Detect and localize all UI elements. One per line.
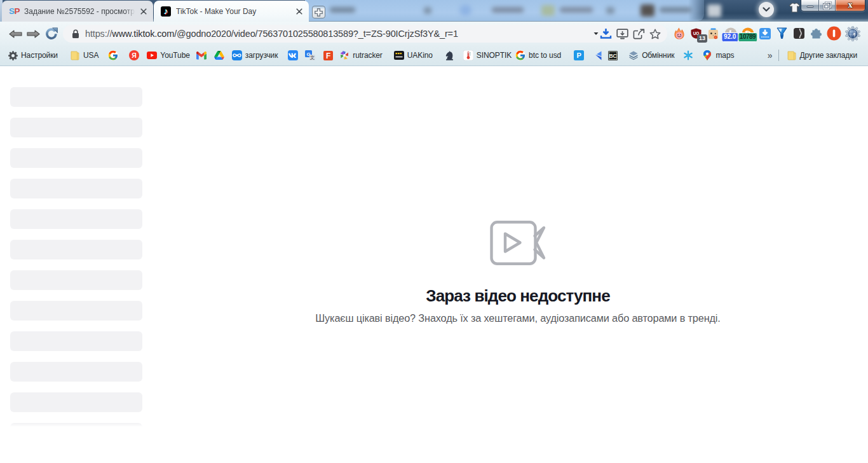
new-tab-button[interactable] bbox=[312, 6, 325, 18]
bookmark-label: SINOPTIK bbox=[477, 51, 512, 60]
gear-icon bbox=[8, 50, 18, 60]
bookmark-kyivstar[interactable] bbox=[681, 50, 696, 60]
reload-button[interactable] bbox=[42, 24, 61, 43]
bookmark-maps[interactable]: maps bbox=[700, 50, 736, 60]
tab-title: Задание №2575592 - просмотр за bbox=[24, 7, 136, 16]
bitcoin-badge: 10789 bbox=[738, 32, 757, 42]
other-bookmarks-button[interactable]: Другие закладки bbox=[784, 50, 860, 60]
tab-title: TikTok - Make Your Day bbox=[176, 7, 292, 16]
bookmark-chevrons[interactable] bbox=[590, 50, 606, 60]
share-button[interactable] bbox=[633, 29, 645, 39]
profile-avatar[interactable] bbox=[825, 24, 843, 44]
bookmark-usa-folder[interactable]: USA bbox=[67, 50, 101, 60]
knight-icon bbox=[444, 50, 454, 60]
sidebar-skeleton-bar bbox=[10, 331, 142, 351]
frigate-extension-icon[interactable] bbox=[670, 24, 688, 44]
bookmark-google[interactable] bbox=[105, 50, 121, 60]
plus-icon bbox=[315, 8, 323, 17]
bookmark-flipboard[interactable]: F bbox=[320, 50, 336, 60]
tab-zadanie[interactable]: SP Задание №2575592 - просмотр за bbox=[2, 1, 153, 22]
bookmark-obminnik[interactable]: Обмінник bbox=[626, 50, 677, 60]
bookmark-translate[interactable]: G文 bbox=[302, 50, 318, 60]
bookmark-uakino[interactable]: UAKino bbox=[391, 50, 435, 60]
infinity-icon bbox=[232, 50, 242, 60]
google-icon bbox=[108, 50, 118, 60]
bookmark-btc-usd[interactable]: btc to usd bbox=[513, 50, 564, 60]
sidebar-skeleton-bar bbox=[10, 209, 142, 229]
bookmark-label: загрузчик bbox=[245, 51, 278, 60]
minimize-button[interactable] bbox=[801, 0, 818, 11]
bookmark-label: btc to usd bbox=[529, 51, 561, 60]
bookmark-gmail[interactable] bbox=[194, 50, 209, 60]
install-icon bbox=[616, 29, 628, 39]
ublock-badge: 13 bbox=[697, 34, 707, 43]
sidebar-skeleton-bar bbox=[10, 240, 142, 259]
bookmark-rutracker[interactable]: rutracker bbox=[337, 50, 384, 60]
funnel-extension-icon[interactable] bbox=[773, 24, 790, 44]
bookmarks-separator bbox=[778, 50, 779, 61]
forward-button[interactable] bbox=[24, 24, 43, 43]
litecoin-extension-icon[interactable]: 92.0 bbox=[722, 24, 739, 44]
tab-close-icon[interactable] bbox=[139, 6, 149, 17]
page-content: Зараз відео недоступне Шукаєш цікаві від… bbox=[0, 66, 868, 463]
bookmark-label: rutracker bbox=[353, 51, 382, 60]
chevrons-icon bbox=[593, 50, 603, 60]
road-extension-icon[interactable] bbox=[790, 24, 808, 44]
bookmark-youtube[interactable]: YouTube bbox=[144, 50, 192, 60]
svg-text:F: F bbox=[326, 52, 330, 60]
sidebar-skeleton-bar bbox=[10, 270, 142, 290]
bookmark-chess[interactable] bbox=[442, 50, 457, 60]
tab-close-icon[interactable] bbox=[294, 6, 304, 17]
install-app-button[interactable] bbox=[616, 29, 628, 39]
bookmark-star-button[interactable] bbox=[649, 29, 661, 39]
close-button[interactable]: x bbox=[835, 0, 865, 11]
pinwheel-icon bbox=[339, 50, 349, 60]
gmail-icon bbox=[196, 50, 207, 60]
url-text: https://www.tiktok.com/@godno2020/video/… bbox=[85, 29, 589, 39]
bookmark-yandex[interactable]: Я bbox=[126, 50, 142, 60]
baby-extension-icon[interactable] bbox=[705, 24, 722, 44]
layers-icon bbox=[628, 50, 639, 60]
menu-gear-icon[interactable] bbox=[843, 24, 862, 44]
bookmark-sinoptik[interactable]: SINOPTIK bbox=[461, 50, 514, 60]
browser-toolbar: https://www.tiktok.com/@godno2020/video/… bbox=[0, 22, 868, 45]
litecoin-badge: 92.0 bbox=[721, 32, 738, 42]
p-icon: P bbox=[574, 50, 584, 60]
savefrom-extension-icon[interactable] bbox=[756, 24, 773, 44]
download-video-button[interactable] bbox=[593, 28, 612, 39]
sidebar-skeleton-bar bbox=[10, 179, 142, 198]
tiktok-favicon-icon: ♪ bbox=[161, 6, 171, 17]
bookmark-vk[interactable] bbox=[285, 50, 301, 60]
bitcoin-extension-icon[interactable]: ₿ 10789 bbox=[739, 24, 756, 44]
bookmark-label: UAKino bbox=[407, 51, 433, 60]
bookmark-zagruzchik[interactable]: загрузчик bbox=[229, 50, 281, 60]
tab-tiktok[interactable]: ♪ TikTok - Make Your Day bbox=[154, 1, 309, 22]
window-titlebar: SP Задание №2575592 - просмотр за ♪ TikT… bbox=[0, 0, 868, 22]
bookmark-nastroiki[interactable]: Настройки bbox=[5, 50, 60, 60]
browser-window: SP Задание №2575592 - просмотр за ♪ TikT… bbox=[0, 0, 868, 463]
bookmark-bc[interactable]: BC bbox=[605, 50, 620, 60]
svg-text:文: 文 bbox=[310, 55, 315, 60]
svg-text:BC: BC bbox=[609, 53, 616, 59]
unavailable-subtitle: Шукаєш цікаві відео? Знаходь їх за хеште… bbox=[168, 312, 868, 324]
tab-search-button[interactable] bbox=[759, 2, 774, 17]
maps-pin-icon bbox=[702, 50, 712, 60]
back-button[interactable] bbox=[6, 24, 25, 43]
google-icon bbox=[515, 50, 526, 60]
extensions-puzzle-icon[interactable] bbox=[808, 24, 825, 44]
reload-icon bbox=[45, 27, 58, 40]
omnibox[interactable]: https://www.tiktok.com/@godno2020/video/… bbox=[63, 25, 667, 43]
blurred-tabs-area bbox=[305, 0, 704, 21]
bookmark-label: maps bbox=[715, 51, 734, 60]
sidebar-skeleton-bar bbox=[10, 118, 142, 137]
vk-icon bbox=[288, 50, 298, 60]
bookmark-p[interactable]: P bbox=[571, 50, 587, 60]
youtube-icon bbox=[147, 50, 157, 60]
folder-icon bbox=[787, 50, 797, 60]
sidebar-skeleton-bar bbox=[10, 423, 142, 443]
ublock-extension-icon[interactable]: UO 13 bbox=[688, 24, 705, 44]
bookmarks-overflow-button[interactable]: » bbox=[763, 50, 777, 60]
bookmark-drive[interactable] bbox=[212, 50, 227, 60]
extension-icons: UO 13 92.0 bbox=[670, 22, 862, 45]
maximize-button[interactable] bbox=[818, 0, 835, 11]
